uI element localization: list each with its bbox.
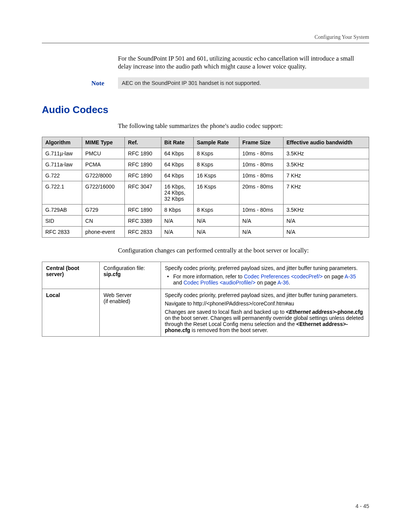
local-desc3-post: is removed from the boot server.	[190, 327, 268, 333]
link-codec-profiles[interactable]: Codec Profiles <audioProfile/>	[183, 280, 255, 286]
th-mime: MIME Type	[82, 137, 125, 148]
central-label-text: Central (boot server)	[46, 265, 79, 277]
codec-cell-ref: RFC 2833	[125, 227, 161, 238]
codec-row: G.729ABG729RFC 18908 Kbps8 Ksps10ms - 80…	[42, 204, 369, 216]
header-rule	[42, 43, 369, 43]
codec-cell-ref: RFC 1890	[125, 159, 161, 170]
local-desc3-pre: Changes are saved to local flash and bac…	[165, 309, 286, 315]
central-desc-bullet: For more information, refer to Codec Pre…	[165, 273, 365, 286]
codec-cell-sample: N/A	[194, 216, 239, 227]
codec-cell-bandwidth: 3.5KHz	[283, 148, 369, 159]
codec-cell-bitrate: 8 Kbps	[161, 204, 193, 216]
codec-cell-framesize: N/A	[239, 216, 283, 227]
config-central-desc: Specify codec priority, preferred payloa…	[161, 262, 369, 289]
central-bullet-and: and	[173, 280, 183, 286]
codec-cell-bitrate: N/A	[161, 227, 193, 238]
codec-cell-bandwidth: 3.5KHz	[283, 159, 369, 170]
config-local-label: Local	[42, 289, 100, 337]
central-bullet-pre: For more information, refer to	[173, 273, 244, 280]
local-desc1: Specify codec priority, preferred payloa…	[165, 292, 365, 298]
config-local-method: Web Server (if enabled)	[100, 289, 161, 337]
local-method-line2: (if enabled)	[104, 298, 130, 304]
codec-row: G.711µ-lawPMCURFC 189064 Kbps8 Ksps10ms …	[42, 148, 369, 159]
link-codec-preferences[interactable]: Codec Preferences <codecPref/>	[244, 273, 323, 280]
local-desc3-b1: -phone.cfg	[336, 309, 363, 315]
th-framesize: Frame Size	[239, 137, 283, 148]
codec-cell-framesize: N/A	[239, 227, 283, 238]
codec-cell-mime: PMCU	[82, 148, 125, 159]
local-method-line1: Web Server	[104, 292, 132, 298]
codec-cell-ref: RFC 1890	[125, 148, 161, 159]
codec-cell-bitrate: 64 Kbps	[161, 170, 193, 181]
codec-cell-mime: CN	[82, 216, 125, 227]
th-bitrate: Bit Rate	[161, 137, 193, 148]
page: Configuring Your System For the SoundPoi…	[0, 0, 411, 532]
codec-cell-sample: 16 Ksps	[194, 170, 239, 181]
codec-cell-algorithm: G.722	[42, 170, 82, 181]
codec-row: G.722G722/8000RFC 189064 Kbps16 Ksps10ms…	[42, 170, 369, 181]
codec-cell-algorithm: G.722.1	[42, 181, 82, 204]
codec-row: SIDCNRFC 3389N/AN/AN/AN/A	[42, 216, 369, 227]
note-body: AEC on the SoundPoint IP 301 handset is …	[118, 77, 369, 89]
table-intro: The following table summarizes the phone…	[118, 122, 369, 130]
config-local-desc: Specify codec priority, preferred payloa…	[161, 289, 369, 337]
config-row-local: Local Web Server (if enabled) Specify co…	[42, 289, 369, 337]
page-number: 4 - 45	[355, 503, 369, 509]
codec-header-row: Algorithm MIME Type Ref. Bit Rate Sample…	[42, 137, 369, 148]
codec-cell-framesize: 10ms - 80ms	[239, 159, 283, 170]
codec-cell-mime: phone-event	[82, 227, 125, 238]
codec-cell-framesize: 10ms - 80ms	[239, 204, 283, 216]
local-label-text: Local	[46, 292, 60, 298]
codec-cell-ref: RFC 1890	[125, 204, 161, 216]
codec-row: RFC 2833phone-eventRFC 2833N/AN/AN/AN/A	[42, 227, 369, 238]
codec-cell-framesize: 10ms - 80ms	[239, 170, 283, 181]
link-page-a35[interactable]: A-35	[345, 273, 356, 280]
codec-cell-sample: N/A	[194, 227, 239, 238]
codec-cell-algorithm: RFC 2833	[42, 227, 82, 238]
codec-row: G.711a-lawPCMARFC 189064 Kbps8 Ksps10ms …	[42, 159, 369, 170]
th-algorithm: Algorithm	[42, 137, 82, 148]
codec-cell-bandwidth: N/A	[283, 227, 369, 238]
th-sample: Sample Rate	[194, 137, 239, 148]
running-header: Configuring Your System	[42, 34, 369, 43]
central-bullet-mid: on page	[323, 273, 345, 280]
codec-cell-mime: G729	[82, 204, 125, 216]
codec-cell-ref: RFC 3389	[125, 216, 161, 227]
codec-cell-algorithm: G.729AB	[42, 204, 82, 216]
codec-cell-bandwidth: 7 KHz	[283, 181, 369, 204]
codec-cell-sample: 8 Ksps	[194, 204, 239, 216]
central-desc-intro: Specify codec priority, preferred payloa…	[165, 265, 365, 271]
config-row-central: Central (boot server) Configuration file…	[42, 262, 369, 289]
note-block: Note AEC on the SoundPoint IP 301 handse…	[91, 77, 369, 89]
codec-cell-algorithm: G.711a-law	[42, 159, 82, 170]
codec-cell-framesize: 20ms - 80ms	[239, 181, 283, 204]
codec-cell-mime: G722/16000	[82, 181, 125, 204]
codec-cell-bandwidth: 3.5KHz	[283, 204, 369, 216]
codec-cell-ref: RFC 1890	[125, 170, 161, 181]
config-central-label: Central (boot server)	[42, 262, 100, 289]
codec-cell-bandwidth: 7 KHz	[283, 170, 369, 181]
central-bullet-post: on page	[255, 280, 277, 286]
codec-row: G.722.1G722/16000RFC 304716 Kbps,24 Kbps…	[42, 181, 369, 204]
codec-cell-framesize: 10ms - 80ms	[239, 148, 283, 159]
codec-cell-ref: RFC 3047	[125, 181, 161, 204]
codec-cell-bitrate: N/A	[161, 216, 193, 227]
note-label: Note	[91, 77, 118, 87]
codec-cell-bitrate: 64 Kbps	[161, 159, 193, 170]
link-page-a36[interactable]: A-36	[277, 280, 289, 286]
central-bullet-end: .	[289, 280, 290, 286]
central-method-line1: Configuration file:	[104, 265, 145, 271]
codec-cell-mime: G722/8000	[82, 170, 125, 181]
config-intro: Configuration changes can performed cent…	[118, 247, 369, 255]
codec-cell-algorithm: SID	[42, 216, 82, 227]
codec-cell-algorithm: G.711µ-law	[42, 148, 82, 159]
codec-cell-bitrate: 16 Kbps,24 Kbps,32 Kbps	[161, 181, 193, 204]
th-ref: Ref.	[125, 137, 161, 148]
codec-cell-bitrate: 64 Kbps	[161, 148, 193, 159]
codec-cell-sample: 8 Ksps	[194, 159, 239, 170]
intro-paragraph: For the SoundPoint IP 501 and 601, utili…	[118, 55, 369, 70]
section-title: Audio Codecs	[42, 104, 369, 116]
codec-cell-sample: 16 Ksps	[194, 181, 239, 204]
codec-table: Algorithm MIME Type Ref. Bit Rate Sample…	[42, 137, 369, 238]
config-central-method: Configuration file: sip.cfg	[100, 262, 161, 289]
